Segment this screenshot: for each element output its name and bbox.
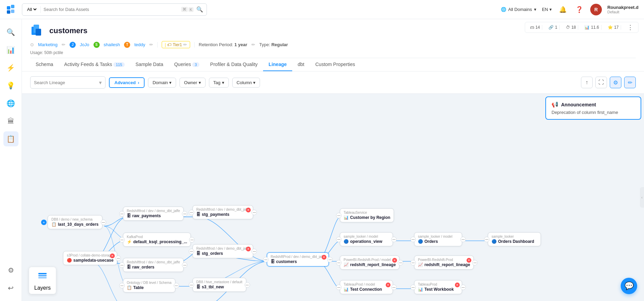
node-delete-btn[interactable]: ✕ [246,208,251,212]
layers-button[interactable]: Layers [29,267,56,294]
lineage-canvas[interactable]: DB8 / demo / new_schema 📋last_10_days_or… [22,94,644,301]
node-expand-btn[interactable]: — [410,237,416,242]
search-type-select[interactable]: All [26,6,38,12]
node-collapse-btn[interactable]: — [245,282,250,288]
node-expand-btn[interactable]: — [119,283,125,288]
tab-custom-props[interactable]: Custom Properties [310,58,360,71]
domain-edit-icon[interactable]: ✏ [62,42,65,47]
node-collapse-btn[interactable]: — [115,256,121,261]
node-delete-btn[interactable]: ✕ [322,255,326,260]
tier-badge[interactable]: | 🏷 Tier1 ✏ [162,41,190,48]
domain-link[interactable]: Marketing [38,42,58,47]
node-delete-btn[interactable]: ✕ [110,253,115,258]
node-operations-view[interactable]: sample_looker / model 🔵operations_view —… [340,232,393,246]
owner1-link[interactable]: JoJo [80,42,89,47]
node-expand-btn[interactable]: — [410,285,416,290]
node-expand-btn[interactable]: — [119,262,125,268]
search-lineage-input[interactable] [34,80,97,85]
tab-schema[interactable]: Schema [30,58,59,71]
node-collapse-btn[interactable]: — [472,260,478,265]
tab-dbt[interactable]: dbt [292,58,310,71]
stat-more[interactable]: ⋮ [625,24,635,31]
tab-sample-data[interactable]: Sample Data [130,58,169,71]
sidebar-item-insights[interactable]: ⚡ [3,60,18,75]
app-logo[interactable] [5,3,18,16]
right-collapse-handle[interactable]: ‹ [640,187,644,208]
node-collapse-btn[interactable]: — [327,257,333,262]
node-stg-orders[interactable]: Redshiftfrod / dev / demo_dbt_jaffe 🗄stg… [193,244,253,258]
language-selector[interactable]: EN ▾ [542,7,552,12]
node-last-10-days-orders[interactable]: DB8 / demo / new_schema 📋last_10_days_or… [48,215,102,229]
node-collapse-btn[interactable]: — [101,220,106,225]
node-s3-tbl-new[interactable]: DB8 / hive_metastore / default 🗄s3_tbl_n… [193,278,246,292]
node-expand-btn[interactable]: — [263,257,269,262]
node-expand-btn[interactable]: — [410,260,416,265]
node-collapse-btn[interactable]: — [251,210,257,215]
owner2-link[interactable]: shailesh [104,42,120,47]
node-collapse-btn[interactable]: — [182,211,187,217]
owner-filter[interactable]: Owner ▾ [179,78,205,88]
node-expand-btn[interactable]: — [484,237,490,242]
fullscreen-button[interactable]: ⛶ [595,77,607,88]
search-bar[interactable]: All ⌘K 🔍 [22,3,207,16]
column-filter[interactable]: Column ▾ [232,78,260,88]
node-default-ksql[interactable]: KafkaProd ⚡default_ksql_processing_... —… [123,233,191,247]
node-raw-payments[interactable]: Redshiftfrod / dev / demo_dbt_jaffe 🗄raw… [123,207,184,221]
node-stg-payments[interactable]: Redshiftfrod / dev / demo_dbt_jaffe 🗄stg… [193,205,253,219]
notifications-button[interactable]: 🔔 [557,4,568,15]
node-table[interactable]: Ontology / DB level / Schema 📋Table — — [123,278,175,292]
node-expand-btn[interactable]: — [336,260,342,265]
owner3-link[interactable]: teddy [134,42,145,47]
tab-lineage[interactable]: Lineage [263,58,292,71]
node-test-connection[interactable]: TableauProd / model 📊Test Connection — —… [340,280,393,294]
node-redshift-lineage-1[interactable]: PowerBI-Redshift-Prod / model 📈redshift_… [340,256,399,270]
edit-lineage-button[interactable]: ✏ [624,77,636,88]
node-orders[interactable]: sample_looker / model 🔵Orders — — [414,232,462,246]
sidebar-item-search[interactable]: 🔍 [3,25,18,40]
sidebar-item-domains[interactable]: 🌐 [3,96,18,111]
node-orders-dashboard[interactable]: sample_looker 🔵Orders Dashboard — [488,232,541,246]
tab-queries[interactable]: Queries3 [169,58,205,71]
node-customer-by-region[interactable]: TableauService 📊Customer by Region — [340,208,394,222]
domain-selector[interactable]: 🌐 All Domains ▾ [501,7,536,12]
node-collapse-btn[interactable]: — [251,249,257,254]
sidebar-item-quality[interactable]: 💡 [3,78,18,93]
chat-button[interactable]: 💬 [621,278,637,294]
node-expand-btn[interactable]: — [189,249,194,254]
tag-filter[interactable]: Tag ▾ [209,78,229,88]
node-collapse-btn[interactable]: — [182,262,187,268]
sidebar-item-governance[interactable]: 🏛 [3,114,18,129]
node-expand-btn[interactable]: — [336,237,342,242]
node-delete-btn[interactable]: ✕ [455,283,460,287]
tier-edit-icon[interactable]: ✏ [183,42,187,47]
node-delete-btn[interactable]: ✕ [246,247,251,251]
node-collapse-btn[interactable]: — [189,237,195,243]
retention-edit-icon[interactable]: ✏ [251,42,255,47]
node-collapse-btn[interactable]: — [460,285,466,290]
node-delete-btn[interactable]: ✕ [392,258,397,263]
node-test-workbook[interactable]: TableauProd 📊Test Workbook — — ✕ [414,280,462,294]
node-expand-btn[interactable]: — [189,282,194,288]
node-collapse-btn[interactable]: — [391,237,397,242]
avatar[interactable]: R [590,4,602,15]
node-delete-btn[interactable]: ✕ [386,283,391,287]
sidebar-item-pipelines[interactable]: ⚙ [3,263,18,278]
node-collapse-btn[interactable]: — [391,285,397,290]
node-expand-btn[interactable]: — [119,237,125,243]
node-collapse-btn[interactable]: — [398,260,403,265]
node-expand-btn[interactable]: — [336,213,342,218]
node-add-btn[interactable]: + [41,220,47,225]
upload-button[interactable]: ↑ [581,77,593,88]
node-expand-btn[interactable]: — [189,210,194,215]
node-customers-main[interactable]: RedshiftProd / dev / demo_dbt_jaffe 🗄cus… [267,252,329,266]
node-expand-btn[interactable]: — [336,285,342,290]
node-collapse-btn[interactable]: — [460,237,466,242]
help-button[interactable]: ❓ [574,4,585,15]
domain-filter[interactable]: Domain ▾ [148,78,176,88]
settings-button[interactable]: ⚙ [610,77,621,88]
advanced-button[interactable]: Advanced › [109,77,145,88]
search-lineage-container[interactable]: ▾ [30,76,106,89]
sidebar-item-explore[interactable]: 📊 [3,42,18,57]
node-redshift-lineage-2[interactable]: PowerBI-Redshift-Prod 📈redshift_report_l… [414,256,474,270]
sidebar-item-back[interactable]: ↩ [3,280,18,296]
